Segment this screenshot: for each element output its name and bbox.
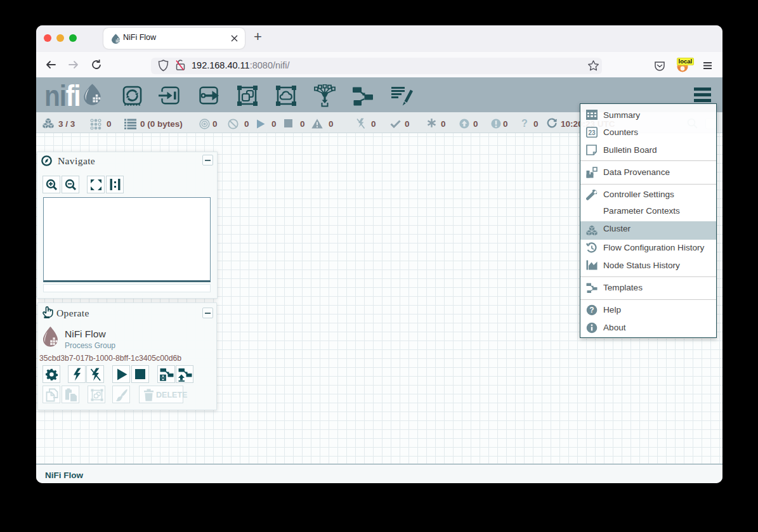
svg-text:23: 23 [588, 129, 596, 136]
svg-text:?: ? [589, 306, 594, 315]
